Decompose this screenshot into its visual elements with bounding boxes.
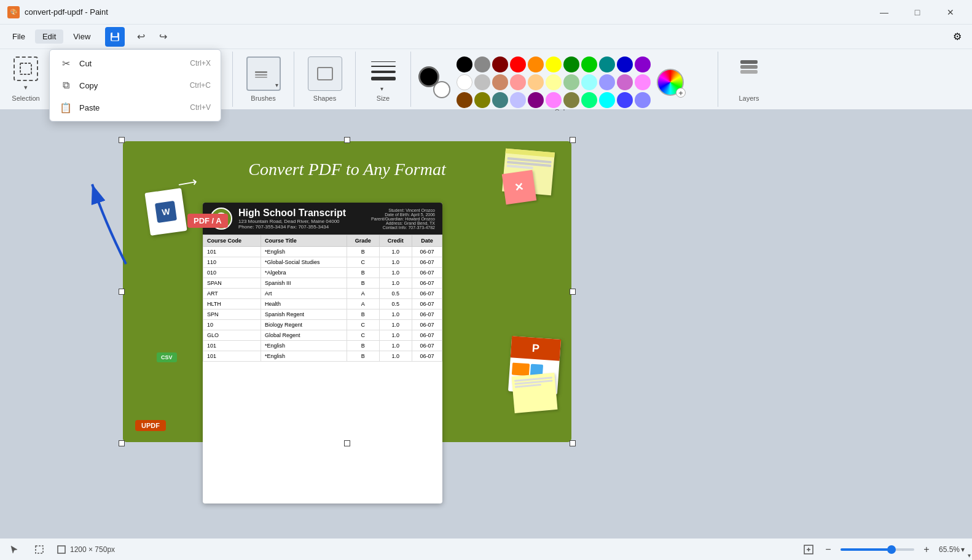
- color-swatch-green[interactable]: [581, 56, 597, 72]
- color-swatch-red[interactable]: [510, 56, 526, 72]
- size-dropdown[interactable]: ▾: [380, 85, 386, 92]
- color-swatch-black[interactable]: [457, 56, 472, 72]
- svg-rect-19: [740, 70, 758, 74]
- layers-button[interactable]: [738, 56, 760, 81]
- color-swatch-periwinkle[interactable]: [635, 92, 651, 108]
- color-swatch-lightcyan[interactable]: [581, 74, 597, 90]
- svg-rect-15: [255, 71, 267, 73]
- color-swatch-darkred[interactable]: [492, 56, 508, 72]
- menu-view[interactable]: View: [66, 29, 98, 44]
- transcript-address: Address: Grand Bend, TX: [371, 221, 435, 225]
- selection-tool-status[interactable]: [32, 542, 47, 557]
- brushes-label: Brushes: [251, 92, 275, 102]
- table-row: SPNSpanish RegentB1.006-07: [203, 309, 442, 320]
- color-swatch-darkcyan[interactable]: [492, 92, 508, 108]
- size-line-1[interactable]: [371, 61, 396, 62]
- sticky-note-x: ✕: [502, 170, 536, 204]
- color-swatch-lightblue[interactable]: [599, 74, 615, 90]
- th-date: Date: [412, 235, 442, 247]
- shape-selector-button[interactable]: ▾: [308, 56, 342, 91]
- paste-menu-item[interactable]: 📋 Paste Ctrl+V: [50, 96, 221, 119]
- table-row: 101*EnglishB1.006-07: [203, 247, 442, 257]
- custom-color-button[interactable]: +: [657, 69, 684, 96]
- selection-section: ▾ Selection: [0, 52, 52, 107]
- maximize-button[interactable]: □: [903, 3, 931, 21]
- color-swatch-blue[interactable]: [617, 56, 633, 72]
- title-bar: 🎨 convert-pdf-updf - Paint — □ ✕: [0, 0, 972, 25]
- updf-label: UPDF: [135, 420, 166, 431]
- settings-button[interactable]: ⚙: [947, 27, 967, 47]
- zoom-in-button[interactable]: +: [919, 542, 934, 557]
- table-row: 10Biology RegentC1.006-07: [203, 320, 442, 330]
- menu-file[interactable]: File: [5, 29, 33, 44]
- svg-rect-20: [740, 65, 758, 69]
- csv-label: CSV: [157, 352, 177, 362]
- selection-dropdown[interactable]: ▾: [24, 84, 28, 91]
- cut-icon: ✂: [60, 57, 72, 69]
- th-course-title: Course Title: [261, 235, 347, 247]
- transcript-parent: Parent/Guardian: Howard Orozco: [371, 217, 435, 221]
- cut-menu-item[interactable]: ✂ Cut Ctrl+X: [50, 52, 221, 74]
- color-swatch-darkpurple[interactable]: [528, 92, 544, 108]
- zoom-level-display[interactable]: 65.5% ▾: [939, 545, 965, 554]
- pointer-tool-status[interactable]: [7, 542, 22, 557]
- foreground-color[interactable]: [418, 66, 439, 87]
- color-swatch-pink[interactable]: [635, 74, 651, 90]
- color-swatch-gray1[interactable]: [474, 56, 490, 72]
- pdf-label: PDF / A: [187, 214, 228, 228]
- color-swatch-silver[interactable]: [474, 74, 490, 90]
- svg-rect-18: [318, 68, 332, 80]
- color-swatch-white[interactable]: [457, 74, 472, 90]
- menu-edit[interactable]: Edit: [35, 29, 63, 44]
- selection-tool-button[interactable]: [14, 56, 38, 81]
- cut-label: Cut: [79, 59, 182, 68]
- save-button[interactable]: [105, 27, 125, 47]
- color-swatch-cyan[interactable]: [599, 92, 615, 108]
- svg-rect-3: [20, 63, 31, 74]
- size-line-2[interactable]: [371, 66, 396, 67]
- zoom-dropdown-arrow: ▾: [961, 545, 965, 554]
- canvas-area[interactable]: Convert PDF to Any Format ⟶ PDF / A High…: [0, 111, 972, 538]
- color-swatch-lightorange[interactable]: [528, 74, 544, 90]
- table-row: 010*AlgebraB1.006-07: [203, 268, 442, 278]
- th-grade: Grade: [347, 235, 379, 247]
- color-swatch-mintgreen[interactable]: [581, 92, 597, 108]
- size-line-3[interactable]: [371, 71, 396, 73]
- th-credit: Credit: [379, 235, 412, 247]
- redo-button[interactable]: ↪: [154, 28, 171, 45]
- cut-shortcut: Ctrl+X: [190, 59, 211, 68]
- zoom-out-button[interactable]: −: [821, 542, 836, 557]
- color-swatch-brown[interactable]: [492, 74, 508, 90]
- color-swatch-magenta[interactable]: [546, 92, 562, 108]
- color-swatch-darkolive[interactable]: [563, 92, 579, 108]
- color-swatch-lavendar[interactable]: [510, 92, 526, 108]
- color-swatch-orange[interactable]: [528, 56, 544, 72]
- color-swatch-lightgreen[interactable]: [563, 74, 579, 90]
- color-swatch-yellow[interactable]: [546, 56, 562, 72]
- copy-menu-item[interactable]: ⧉ Copy Ctrl+C: [50, 74, 221, 96]
- color-swatch-lightred[interactable]: [510, 74, 526, 90]
- undo-button[interactable]: ↩: [132, 28, 149, 45]
- color-swatch-lightyellow[interactable]: [546, 74, 562, 90]
- svg-rect-17: [255, 77, 267, 78]
- status-bar: 1200 × 750px − + 65.5% ▾: [0, 538, 972, 560]
- zoom-fit-button[interactable]: [801, 542, 816, 557]
- table-row: 101*EnglishB1.006-07: [203, 341, 442, 351]
- dimensions-display: 1200 × 750px: [57, 545, 115, 554]
- color-swatch-teal[interactable]: [599, 56, 615, 72]
- sticky-note-2: [512, 373, 558, 413]
- table-row: 101*EnglishB1.006-07: [203, 351, 442, 362]
- size-line-4[interactable]: [371, 77, 396, 80]
- close-button[interactable]: ✕: [936, 3, 965, 21]
- color-swatch-purple[interactable]: [635, 56, 651, 72]
- app-icon: 🎨: [7, 6, 20, 18]
- zoom-slider-container[interactable]: [841, 548, 914, 551]
- color-swatch-lightpurple[interactable]: [617, 74, 633, 90]
- minimize-button[interactable]: —: [870, 3, 898, 21]
- color-swatch-medblue[interactable]: [617, 92, 633, 108]
- brush-selector-button[interactable]: ▾: [246, 56, 281, 91]
- color-swatch-rust[interactable]: [457, 92, 472, 108]
- transcript-card: High School Transcript 123 Mountain Road…: [203, 203, 442, 504]
- color-swatch-darkgreen[interactable]: [563, 56, 579, 72]
- color-swatch-olive[interactable]: [474, 92, 490, 108]
